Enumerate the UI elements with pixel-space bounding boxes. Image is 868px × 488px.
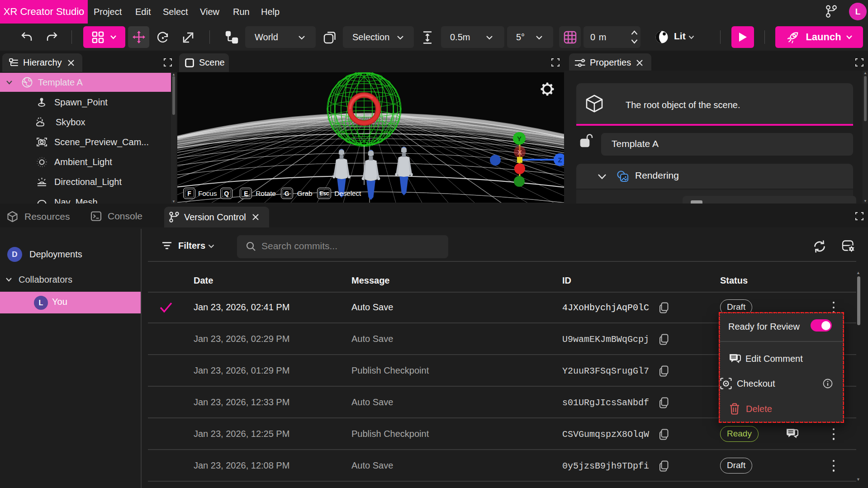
svg-text:Z: Z [558,156,562,164]
svg-text:Y: Y [517,135,522,142]
svg-text:X: X [517,148,522,156]
